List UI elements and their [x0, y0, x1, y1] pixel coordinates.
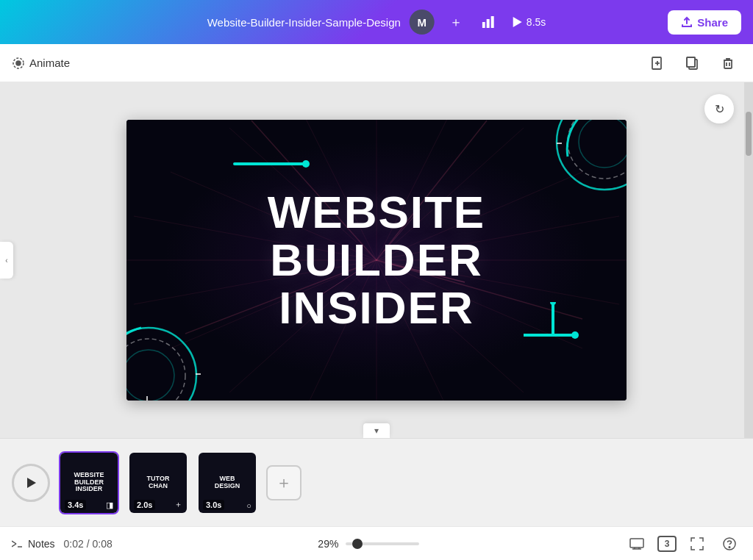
share-button[interactable]: Share: [668, 10, 741, 35]
svg-rect-1: [487, 19, 490, 28]
animate-button[interactable]: Animate: [12, 57, 70, 70]
toolbar-left: Animate: [12, 57, 70, 70]
svg-rect-0: [482, 22, 485, 28]
slide-thumbnail-2[interactable]: TUTORCHAN 2.0s ＋: [128, 451, 188, 514]
canvas-container: WEBSITE BUILDER INSIDER ↻ ▾: [0, 82, 753, 438]
delete-button[interactable]: [715, 50, 741, 76]
toolbar: Animate: [0, 44, 753, 82]
fullscreen-button[interactable]: [685, 532, 709, 556]
zoom-percent: 29%: [318, 538, 338, 550]
add-collaborator-button[interactable]: ＋: [443, 10, 468, 35]
svg-rect-60: [630, 539, 643, 548]
svg-point-65: [729, 546, 730, 548]
avatar[interactable]: M: [410, 10, 435, 35]
add-slide-button[interactable]: ＋: [266, 465, 301, 500]
page-count: 3: [665, 539, 670, 549]
add-page-button[interactable]: [644, 50, 671, 76]
svg-point-54: [571, 331, 579, 339]
canvas-headline: WEBSITE BUILDER INSIDER: [268, 188, 485, 331]
play-duration: 8.5s: [527, 16, 546, 28]
svg-point-5: [16, 61, 21, 65]
slide-2-indicator: ＋: [174, 499, 182, 510]
deco-br: [524, 302, 590, 356]
slide-thumbnail-3[interactable]: WEBDESIGN 3.0s ○: [197, 451, 257, 514]
rotate-button[interactable]: ↻: [704, 94, 734, 123]
preview-play-button[interactable]: 8.5s: [511, 16, 546, 28]
svg-rect-2: [491, 16, 494, 28]
deco-bl-circle: [126, 280, 244, 401]
top-bar: Website-Builder-Insider-Sample-Design M …: [0, 0, 753, 44]
svg-line-58: [12, 544, 16, 547]
page-count-badge: 3: [657, 536, 677, 552]
top-bar-right: Share: [668, 10, 741, 35]
time-current: 0:02: [64, 538, 84, 550]
svg-line-57: [12, 541, 16, 544]
share-label: Share: [697, 16, 728, 29]
bottom-bar-left: Notes 0:02 / 0:08: [12, 538, 113, 550]
slide-3-duration: 3.0s: [203, 500, 224, 510]
deco-tr-circle: [509, 120, 627, 240]
svg-rect-12: [724, 60, 732, 68]
timeline-play-button[interactable]: [12, 464, 50, 502]
zoom-slider[interactable]: [346, 542, 419, 545]
headline-line1: WEBSITE: [268, 188, 485, 236]
slide-1-indicator: ◨: [106, 500, 113, 510]
bottom-bar: Notes 0:02 / 0:08 29% 3: [0, 526, 753, 560]
time-total: 0:08: [93, 538, 113, 550]
headline-line2: BUILDER: [268, 236, 485, 284]
left-panel-toggle[interactable]: ‹: [0, 242, 13, 279]
svg-point-55: [550, 302, 556, 305]
time-display: 0:02 / 0:08: [64, 538, 113, 550]
bottom-bar-center: 29%: [318, 538, 419, 550]
expand-panel-button[interactable]: ▾: [363, 423, 390, 438]
top-bar-center: Website-Builder-Insider-Sample-Design M …: [207, 10, 546, 35]
document-title: Website-Builder-Insider-Sample-Design: [207, 16, 401, 29]
time-separator: /: [87, 538, 93, 550]
toolbar-right: [644, 50, 741, 76]
svg-marker-56: [27, 478, 36, 488]
main-area: ‹: [0, 82, 753, 438]
slide-1-duration: 3.4s: [65, 500, 86, 510]
deco-tl-line: [233, 162, 307, 165]
svg-point-49: [126, 350, 174, 401]
headline-line3: INSIDER: [268, 284, 485, 332]
vertical-scrollbar[interactable]: [744, 82, 753, 438]
svg-point-43: [568, 120, 627, 179]
scrollbar-thumb-vertical[interactable]: [746, 112, 752, 156]
notes-button[interactable]: Notes: [12, 538, 55, 550]
duplicate-button[interactable]: [679, 50, 706, 76]
help-button[interactable]: [718, 532, 741, 556]
slide-2-duration: 2.0s: [134, 500, 155, 510]
animate-label: Animate: [29, 57, 70, 69]
svg-marker-3: [513, 17, 522, 27]
bottom-bar-right: 3: [625, 532, 741, 556]
filmstrip: WEBSITEBUILDERINSIDER 3.4s ◨ TUTORCHAN 2…: [0, 438, 753, 526]
svg-point-48: [126, 339, 185, 401]
desktop-view-button[interactable]: [625, 532, 649, 556]
svg-point-47: [126, 328, 196, 401]
notes-label: Notes: [28, 538, 55, 550]
slide-3-indicator: ○: [246, 501, 251, 510]
svg-rect-10: [687, 57, 695, 67]
slide-thumbnail-1[interactable]: WEBSITEBUILDERINSIDER 3.4s ◨: [59, 451, 119, 514]
svg-point-44: [579, 120, 627, 168]
canvas-preview: WEBSITE BUILDER INSIDER: [126, 120, 627, 401]
analytics-button[interactable]: [477, 10, 502, 35]
